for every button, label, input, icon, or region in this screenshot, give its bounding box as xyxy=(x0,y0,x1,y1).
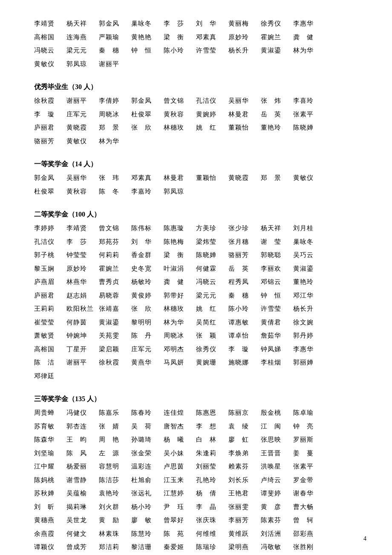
name-cell: 曾文锦 xyxy=(164,94,194,108)
name-cell: 刘坚瑜 xyxy=(34,447,65,460)
name-cell: 邓素真 xyxy=(196,31,227,44)
name-cell: 刘月桂 xyxy=(293,222,324,235)
name-cell: 董颖怡 xyxy=(196,171,227,185)
name-cell: 李丽芳 xyxy=(228,514,259,527)
names-row: 陈妈桃谢雪静陈洁莎杜旭俞江玉来孔艳玲刘长乐卢绮云罗金带 xyxy=(34,474,358,487)
names-row: 李婷婷李靖贤曾文锦陈伟标陈惠璇方美珍张少珍杨天祥刘月桂 xyxy=(34,222,358,235)
name-cell: 方美珍 xyxy=(196,222,227,235)
name-cell: 董颖怡 xyxy=(228,121,259,135)
name-cell: 张丽雯 xyxy=(228,500,259,514)
name-cell: 郑苑芬 xyxy=(99,235,130,249)
name-cell: 张月穗 xyxy=(228,235,259,249)
name-cell: 林燕华 xyxy=(66,275,97,289)
name-cell: 秦 穗 xyxy=(99,44,130,58)
name-cell: 连海燕 xyxy=(66,31,97,44)
name-cell: 杜俊翠 xyxy=(131,108,162,121)
name-cell: 王晋晋 xyxy=(261,447,291,460)
name-cell: 白 林 xyxy=(196,433,227,447)
name-cell: 张 欣 xyxy=(131,302,162,316)
names-row: 骆丽芳黄敏仪林为华 xyxy=(34,135,358,148)
name-cell: 梁元元 xyxy=(196,289,227,303)
name-cell: 梁炜莹 xyxy=(196,235,227,249)
name-cell: 吴世龙 xyxy=(66,514,97,527)
name-cell: 董艳玲 xyxy=(261,121,291,135)
name-cell: 刘 华 xyxy=(196,17,227,31)
name-cell: 林穗玫 xyxy=(164,302,194,316)
names-row: 谭颖仪曾成芳郑洁莉黎洁珊秦爱姬陈瑞珍梁明燕冯敬敏张胜刚 xyxy=(34,541,358,554)
page-content: 李靖贤杨天祥郭金风巢咏冬李 莎刘 华黄丽梅徐秀仪李惠华高榕国连海燕严颖瑜黄艳艳梁… xyxy=(34,17,358,555)
names-row: 黎玉娴原妙玲霍婉兰史冬宽叶淑涓何健霖岳 英李丽欢黄淑鎏 xyxy=(34,262,358,276)
name-cell: 黄秋容 xyxy=(66,185,97,199)
name-cell: 赖素芬 xyxy=(228,460,259,474)
name-cell: 叶淑涓 xyxy=(164,262,194,276)
name-cell: 陈瑞珍 xyxy=(196,541,227,554)
name-cell: 李丽欢 xyxy=(261,262,291,276)
name-cell: 陈 苑 xyxy=(164,527,194,541)
second-scholarship-header: 二等奖学金（100 人） xyxy=(34,210,358,219)
name-cell: 陈惠恩 xyxy=(196,406,227,420)
first-scholarship-header: 一等奖学金（14 人） xyxy=(34,160,358,169)
name-cell: 揭莉琳 xyxy=(66,500,97,514)
name-cell: 江 闽 xyxy=(261,420,291,434)
name-cell: 李倩婷 xyxy=(99,94,130,108)
name-cell: 周贵蝉 xyxy=(34,406,65,420)
name-cell: 崔莹莹 xyxy=(34,316,65,330)
name-cell: 梁启颖 xyxy=(99,343,130,356)
name-cell: 郭丽婵 xyxy=(293,356,324,370)
name-cell: 李靖贤 xyxy=(66,222,97,235)
name-cell: 谢丽平 xyxy=(99,58,130,71)
name-cell: 张素平 xyxy=(293,460,324,474)
name-cell: 黄淑鎏 xyxy=(99,316,130,330)
name-cell: 骆丽芳 xyxy=(228,249,259,262)
name-cell: 张 婧 xyxy=(99,420,130,434)
names-row: 庐丽君黄晓霞郑 景张 欣林穗玫姚 红董颖怡董艳玲陈晓婵 xyxy=(34,121,358,135)
name-cell: 原妙玲 xyxy=(66,262,97,276)
name-cell: 霍婉兰 xyxy=(261,31,291,44)
name-cell: 吴蕴榆 xyxy=(66,487,97,500)
name-cell: 黄 彦 xyxy=(261,500,291,514)
name-cell: 杨敏玲 xyxy=(131,275,162,289)
name-cell: 邓素真 xyxy=(131,171,162,185)
name-cell: 冯晓云 xyxy=(196,275,227,289)
name-cell: 张庆珠 xyxy=(196,514,227,527)
name-cell: 林为华 xyxy=(99,135,130,148)
name-cell: 高榕国 xyxy=(34,31,65,44)
name-cell: 许雪莹 xyxy=(261,302,291,316)
name-cell: 邓锦云 xyxy=(261,275,291,289)
name-cell: 董艳玲 xyxy=(293,275,324,289)
name-cell: 江慧婷 xyxy=(164,487,194,500)
name-cell: 郭子桃 xyxy=(34,249,65,262)
name-cell: 苏育敏 xyxy=(34,420,65,434)
names-row: 郭子桃钟莹莹何莉莉香金群梁 衡陈晓婵骆丽芳郭晓聪吴巧云 xyxy=(34,249,358,262)
names-row: 陈森华王 昀周 艳孙璐琦杨 曦白 林廖 虹张思映罗丽斯 xyxy=(34,433,358,447)
name-cell: 黄婉珊 xyxy=(196,356,227,370)
name-cell: 杜俊翠 xyxy=(34,185,65,199)
name-cell: 陈 丹 xyxy=(131,329,162,343)
name-cell: 李 莎 xyxy=(66,235,97,249)
third-scholarship-names: 周贵蝉冯健仪陈嘉乐陈春玲连佳煌陈惠恩陈丽京殷金桃陈卓瑜苏育敏郭杏连张 婧吴 荷唐… xyxy=(34,406,358,555)
second-scholarship-section: 二等奖学金（100 人）李婷婷李靖贤曾文锦陈伟标陈惠璇方美珍张少珍杨天祥刘月桂孔… xyxy=(34,210,358,383)
name-cell: 黄穗燕 xyxy=(34,514,65,527)
name-cell: 陈小玲 xyxy=(164,44,194,58)
name-cell: 黄婉婷 xyxy=(196,108,227,121)
name-cell: 杨天祥 xyxy=(261,222,291,235)
name-cell: 易晓蓉 xyxy=(99,289,130,303)
name-cell: 张素平 xyxy=(293,108,324,121)
name-cell: 谭斐婷 xyxy=(261,487,291,500)
name-cell: 卢绮云 xyxy=(261,474,291,487)
name-cell: 何维维 xyxy=(196,527,227,541)
names-row: 苏育敏郭杏连张 婧吴 荷唐智杰李 想袁 绫江 闽钟 亮 xyxy=(34,420,358,434)
name-cell: 黄丽梅 xyxy=(228,17,259,31)
name-cell: 杨长升 xyxy=(293,302,324,316)
name-cell: 史冬宽 xyxy=(131,262,162,276)
names-row: 杜俊翠黄秋容陈 冬李嘉玲郭凤琼 xyxy=(34,185,358,199)
name-cell: 庄军元 xyxy=(131,343,162,356)
name-cell: 陈丽京 xyxy=(228,406,259,420)
name-cell: 骆丽芳 xyxy=(34,135,65,148)
name-cell: 黄倩君 xyxy=(261,316,291,330)
name-cell: 冯敬敏 xyxy=(261,541,291,554)
name-cell: 霍婉兰 xyxy=(99,262,130,276)
name-cell: 黄维跃 xyxy=(228,527,259,541)
name-cell: 邓江华 xyxy=(293,289,324,303)
second-scholarship-names: 李婷婷李靖贤曾文锦陈伟标陈惠璇方美珍张少珍杨天祥刘月桂孔洁仪李 莎郑苑芬刘 华陈… xyxy=(34,222,358,383)
